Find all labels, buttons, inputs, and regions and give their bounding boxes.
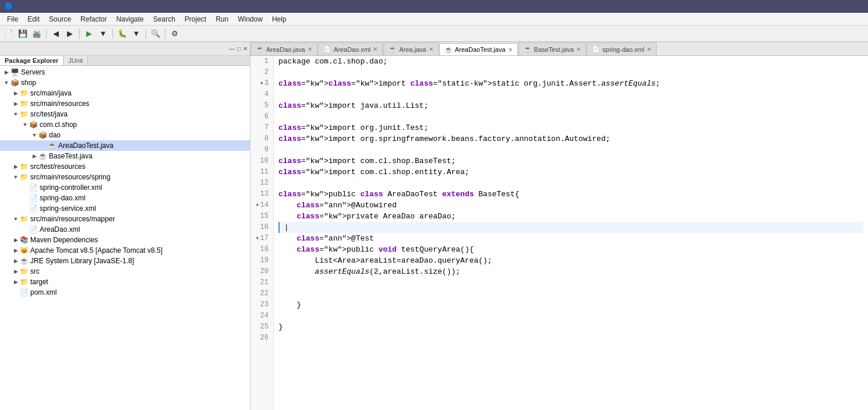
menu-item-window[interactable]: Window [233,14,267,24]
tree-item[interactable]: ▶☕JRE System Library [JavaSE-1.8] [0,256,250,266]
tab-label: Area.java [399,46,426,53]
line-number: 17 [253,233,271,244]
code-line: List<Area>areaList=areaDao.queryArea(); [278,255,863,266]
tree-item[interactable]: 📄spring-dao.xml [0,193,250,203]
tree-item[interactable]: ▶📁src [0,266,250,277]
tree-item[interactable]: ▶📚Maven Dependencies [0,235,250,245]
tree-item[interactable]: ▼📁src/main/resources/mapper [0,214,250,224]
tree-node-icon: 📦 [10,79,19,87]
tab-close-icon[interactable]: ✕ [308,46,312,52]
tree-item[interactable]: 📄spring-controller.xml [0,182,250,193]
debug-dropdown[interactable]: ▼ [130,27,143,40]
tree-arrow-icon[interactable]: ▼ [12,111,20,117]
tree-item[interactable]: ▶🖥️Servers [0,67,250,77]
tab-icon: 📄 [592,45,600,53]
editor-tab-spring-dao-xml[interactable]: 📄 spring-dao.xml ✕ [587,43,657,55]
new-button[interactable]: 📄 [2,27,15,40]
tree-arrow-icon[interactable]: ▶ [12,90,20,96]
tree-item[interactable]: ▼📁src/main/resources/spring [0,172,250,182]
menu-item-edit[interactable]: Edit [23,14,44,24]
tree-arrow-icon[interactable]: ▼ [12,174,20,180]
editor-tab-Area-java[interactable]: ☕ Area.java ✕ [383,43,438,55]
code-line [278,89,863,100]
pe-close-icon[interactable]: ✕ [243,45,248,52]
tree-arrow-icon[interactable]: ▼ [21,122,29,128]
debug-button[interactable]: 🐛 [116,27,129,40]
tree-item[interactable]: ☕AreaDaoTest.java [0,140,250,151]
tree-node-icon: 📁 [20,110,29,118]
tree-item[interactable]: ▶☕BaseTest.java [0,151,250,161]
tree-item[interactable]: ▼📦com.cl.shop [0,119,250,130]
tab-close-icon[interactable]: ✕ [647,46,651,52]
tree-arrow-icon[interactable]: ▼ [30,132,38,138]
tree-arrow-icon[interactable]: ▶ [2,69,10,75]
back-button[interactable]: ◀ [50,27,62,40]
tree-item[interactable]: ▶📁src/test/resources [0,161,250,172]
tree-arrow-icon[interactable]: ▶ [12,248,20,253]
tree-item[interactable]: ▶📁src/main/java [0,88,250,98]
run-button[interactable]: ▶ [83,27,96,40]
tree-arrow-icon[interactable]: ▶ [12,258,20,264]
tree-node-label: Servers [21,68,45,76]
code-line [278,178,863,189]
tree-arrow-icon[interactable]: ▼ [12,216,20,222]
pe-maximize-icon[interactable]: □ [237,45,241,52]
tree-node-label: com.cl.shop [40,121,77,129]
package-explorer-tree: ▶🖥️Servers▼📦shop▶📁src/main/java▶📁src/mai… [0,66,250,410]
tree-arrow-icon[interactable]: ▶ [12,237,20,243]
menu-item-refactor[interactable]: Refactor [76,14,111,24]
tab-package-explorer[interactable]: Package Explorer [0,56,63,65]
menu-item-run[interactable]: Run [211,14,233,24]
editor-tab-BaseTest-java[interactable]: ☕ BaseTest.java ✕ [518,43,586,55]
tab-junit[interactable]: JUnit [63,56,88,65]
tree-node-label: AreaDao.xml [40,225,80,234]
tree-item[interactable]: ▶🐱Apache Tomcat v8.5 [Apache Tomcat v8.5… [0,245,250,256]
tab-close-icon[interactable]: ✕ [429,46,433,52]
code-content[interactable]: package com.cl.shop.dao; class="kw">clas… [274,56,868,410]
tree-item[interactable]: ▶📁src/main/resources [0,98,250,109]
tree-item[interactable]: 📄pom.xml [0,287,250,298]
menu-item-help[interactable]: Help [267,14,291,24]
tree-arrow-icon[interactable]: ▶ [12,164,20,169]
code-line: package com.cl.shop.dao; [278,56,863,67]
tab-icon: ☕ [444,46,453,54]
forward-button[interactable]: ▶ [63,27,76,40]
tree-arrow-icon[interactable]: ▶ [12,279,20,285]
search-button[interactable]: 🔍 [149,27,162,40]
settings-button[interactable]: ⚙ [168,27,181,40]
tree-item[interactable]: 📄spring-service.xml [0,203,250,214]
line-number: 5 [253,100,271,111]
editor-tab-AreaDaoTest-java[interactable]: ☕ AreaDaoTest.java ✕ [439,43,518,56]
tree-item[interactable]: ▼📁src/test/java [0,109,250,119]
sep1 [46,29,47,39]
sep5 [165,29,165,39]
code-line: class="kw">import java.util.List; [278,100,863,111]
tree-arrow-icon[interactable]: ▶ [30,153,38,159]
code-editor[interactable]: 1234567891011121314151617181920212223242… [250,56,868,410]
menu-item-search[interactable]: Search [149,14,180,24]
save-button[interactable]: 💾 [16,27,29,40]
line-number: 11 [253,167,271,178]
tab-icon: 📄 [323,45,331,53]
tab-label: spring-dao.xml [602,46,644,53]
editor-tab-AreaDao-java[interactable]: ☕ AreaDao.java ✕ [250,43,317,55]
tab-close-icon[interactable]: ✕ [373,46,377,52]
tree-item[interactable]: ▼📦shop [0,77,250,88]
tree-arrow-icon[interactable]: ▶ [12,101,20,107]
code-line: class="kw">import org.springframework.be… [278,133,863,144]
menu-item-project[interactable]: Project [180,14,211,24]
editor-tab-AreaDao-xml[interactable]: 📄 AreaDao.xml ✕ [318,43,383,55]
tree-arrow-icon[interactable]: ▶ [12,268,20,274]
tree-item[interactable]: ▼📦dao [0,130,250,140]
pe-minimize-icon[interactable]: — [229,45,235,52]
tab-close-icon[interactable]: ✕ [508,47,513,53]
print-button[interactable]: 🖨️ [30,27,43,40]
menu-item-source[interactable]: Source [44,14,76,24]
tab-close-icon[interactable]: ✕ [576,46,581,52]
run-dropdown[interactable]: ▼ [97,27,110,40]
menu-item-file[interactable]: File [2,14,23,24]
menu-item-navigate[interactable]: Navigate [111,14,148,24]
tree-item[interactable]: ▶📁target [0,277,250,287]
tree-arrow-icon[interactable]: ▼ [2,80,10,86]
tree-item[interactable]: 📄AreaDao.xml [0,224,250,235]
